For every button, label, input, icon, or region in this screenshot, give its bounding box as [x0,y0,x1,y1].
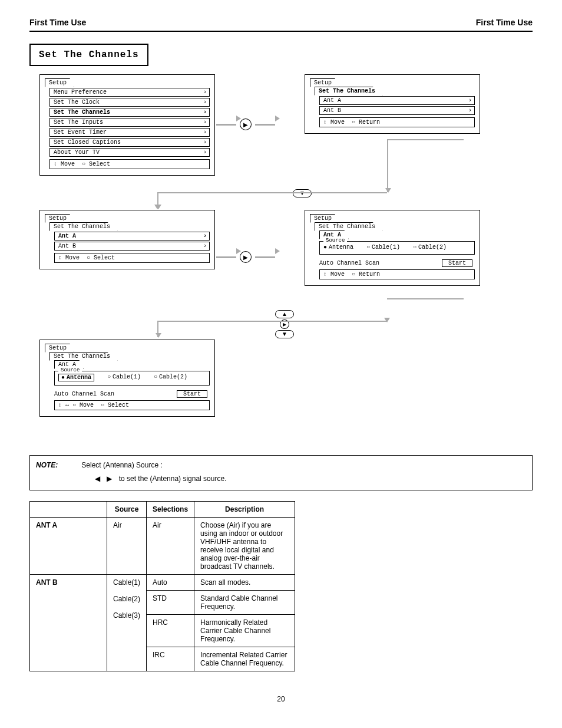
cell-selection: Air [147,517,194,574]
row-ant-a-label: ANT A [30,517,107,574]
tab-setup: Setup [45,344,74,353]
cell-description: Choose (Air) if you are using an indoor … [194,517,295,574]
down-button-indicator: ▼ [293,189,312,197]
radio-cable2: Cable(2) [413,244,447,251]
menu-item: Ant B [54,242,210,251]
tab-set-channels: Set The Channels [315,222,383,231]
cell-selection: Auto [147,574,194,590]
flow-diagram: Setup Menu Preference Set The Clock Set … [39,74,523,452]
source-table: Source Selections Description ANT A Air … [29,501,533,671]
cell-description: Scan all modes. [194,574,295,590]
nav-buttons-cluster: ▲ ▶ ▼ [275,310,294,338]
th-source: Source [107,501,147,517]
menu-footer: Move Select [54,253,210,263]
tab-setup: Setup [310,214,339,223]
menu-item-selected: Set The Channels [49,108,210,117]
menu-item: Set The Clock [49,98,210,107]
menu-set-channels-2: Setup Set The Channels Ant A Ant B Move … [39,210,215,269]
menu-item: Set Event Timer [49,128,210,137]
radio-antenna-selected: Antenna [58,374,94,381]
menu-item-selected: Ant A [54,232,210,241]
tab-setup: Setup [310,78,339,87]
menu-item: Menu Preference [49,88,210,97]
arrow-right-step1: ▶ [216,118,275,130]
row-ant-b-label: ANT B [30,574,107,671]
start-button: Start [442,259,472,267]
cell-selection: STD [147,590,194,614]
menu-item: About Your TV [49,148,210,157]
th-blank [30,501,107,517]
cell-source: Air [107,517,147,574]
cell-description: Standard Cable Channel Frequency. [194,590,295,614]
cell-description: Incremental Related Carrier Cable Channe… [194,647,295,671]
start-button: Start [177,390,207,398]
menu-footer: Move Return [319,117,475,127]
cell-description: Harmonically Related Carrier Cable Chann… [194,614,295,647]
tab-set-channels: Set The Channels [49,352,118,361]
note-text: Select (Antenna) Source : [81,460,162,470]
menu-item: Set The Inputs [49,118,210,127]
th-selections: Selections [147,501,194,517]
note-label: NOTE: [36,460,58,470]
down-button-icon: ▼ [293,189,312,197]
th-description: Description [194,501,295,517]
radio-cable1: Cable(1) [366,244,400,251]
menu-item: Ant A [319,96,475,105]
right-button-icon: ▶ [278,318,292,331]
source-fieldset: Source Antenna Cable(1) Cable(2) [54,371,210,386]
menu-footer: ↔ Move Select [54,400,210,410]
header-left: First Time Use [29,18,86,27]
note-subtext: ◀ ▶ to set the (Antenna) signal source. [95,474,526,484]
radio-cable2: Cable(2) [154,374,187,381]
source-fieldset: Source Antenna Cable(1) Cable(2) [319,241,475,255]
tab-set-channels: Set The Channels [49,222,118,231]
cell-selection: IRC [147,647,194,671]
note-box: NOTE: Select (Antenna) Source : ◀ ▶ to s… [29,455,533,490]
menu-item: Ant B [319,106,475,115]
header-right: First Time Use [476,18,533,27]
cell-selection: HRC [147,614,194,647]
page-header: First Time Use First Time Use [29,18,533,32]
menu-set-channels-1: Setup Set The Channels Ant A Ant B Move … [305,74,480,134]
page-number: 20 [29,695,533,703]
menu-footer: Move Select [49,159,210,169]
menu-setup-full: Setup Menu Preference Set The Clock Set … [39,74,215,176]
down-button-icon: ▼ [275,330,294,338]
section-title: Set The Channels [29,44,148,66]
tab-setup: Setup [45,214,74,223]
left-right-arrows-icon: ◀ ▶ [95,475,114,483]
menu-ant-a-source-1: Setup Set The Channels Ant A Source Ante… [305,210,480,286]
menu-footer: Move Return [319,269,475,279]
menu-ant-a-source-2: Setup Set The Channels Ant A Source Ante… [39,340,215,417]
arrow-right-step2: ▶ [216,251,275,263]
menu-item: Set Closed Captions [49,138,210,147]
auto-scan-label: Auto Channel Scan [319,260,379,266]
cell-source-cable: Cable(1) Cable(2) Cable(3) [107,574,147,671]
radio-cable1: Cable(1) [107,374,141,381]
auto-scan-label: Auto Channel Scan [54,391,114,397]
tab-setup: Setup [45,78,74,87]
radio-antenna: Antenna [323,244,353,251]
up-button-icon: ▲ [275,310,294,318]
tab-set-channels: Set The Channels [315,87,383,95]
